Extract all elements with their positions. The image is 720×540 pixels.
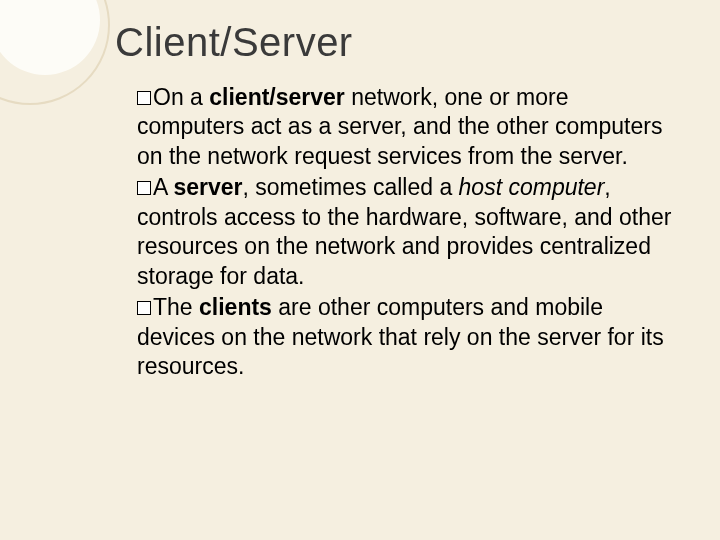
bullet-text-pre: A xyxy=(153,174,173,200)
bullet-text-bold: clients xyxy=(199,294,272,320)
slide-body: On a client/server network, one or more … xyxy=(115,83,680,381)
bullet-square-icon xyxy=(137,301,151,315)
bullet-item: On a client/server network, one or more … xyxy=(137,83,680,171)
bullet-text-bold: client/server xyxy=(209,84,345,110)
bullet-text-italic: host computer xyxy=(459,174,605,200)
bullet-square-icon xyxy=(137,181,151,195)
slide-title: Client/Server xyxy=(115,20,680,65)
bullet-text-bold: server xyxy=(173,174,242,200)
bullet-item: A server, sometimes called a host comput… xyxy=(137,173,680,291)
bullet-text-mid: , sometimes called a xyxy=(243,174,459,200)
slide-content: Client/Server On a client/server network… xyxy=(0,0,720,540)
bullet-text-pre: The xyxy=(153,294,199,320)
bullet-item: The clients are other computers and mobi… xyxy=(137,293,680,381)
bullet-square-icon xyxy=(137,91,151,105)
bullet-text-pre: On a xyxy=(153,84,209,110)
